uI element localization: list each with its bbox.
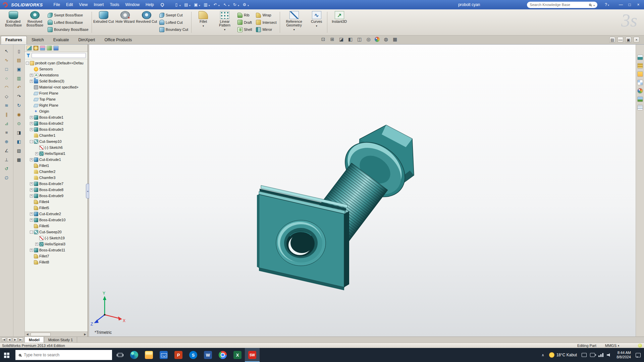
reference-geometry-caret-icon[interactable] xyxy=(293,27,295,31)
tree-expander-icon[interactable]: + xyxy=(30,194,33,197)
dropdown-caret-icon[interactable] xyxy=(248,2,249,8)
select-tool-icon[interactable]: ↖ xyxy=(3,48,10,54)
search-icon[interactable] xyxy=(589,4,591,6)
doc-minimize-icon[interactable]: — xyxy=(618,37,623,43)
tree-item[interactable]: + Solid Bodies(3) xyxy=(25,78,88,84)
view-toolbar-button[interactable]: ◎ xyxy=(365,36,373,42)
rib-button[interactable]: Rib xyxy=(236,12,253,18)
dropdown-caret-icon[interactable] xyxy=(199,2,200,8)
tree-expander-icon[interactable]: + xyxy=(30,213,33,216)
close-button[interactable]: × xyxy=(635,2,641,7)
tree-item[interactable]: (-) Sketch19 xyxy=(25,235,88,241)
tree-item[interactable]: Sensors xyxy=(25,66,88,72)
fillet-caret-icon[interactable] xyxy=(203,23,204,27)
tree-item[interactable]: Fillet7 xyxy=(25,253,88,259)
battery-tray-icon[interactable] xyxy=(590,353,595,357)
units-selector[interactable]: MMGS ▴ xyxy=(605,344,619,348)
quick-toolbar-button[interactable]: ▤ xyxy=(182,1,192,8)
view-toolbar-button[interactable] xyxy=(374,37,381,42)
taskbar-clock[interactable]: 8:44 AM 8/8/2024 xyxy=(616,351,631,359)
lofted-boss-base-button[interactable]: Lofted Boss/Base xyxy=(46,19,90,25)
display-tray-icon[interactable] xyxy=(582,353,587,357)
tree-item[interactable]: + Cut-Extrude2 xyxy=(25,211,88,217)
circle-tool-icon[interactable]: ○ xyxy=(3,75,10,81)
appearances-icon[interactable] xyxy=(637,88,643,94)
trim-tool-icon[interactable]: ⊿ xyxy=(3,120,10,127)
view-palette-icon[interactable] xyxy=(637,80,643,85)
scenes-icon[interactable] xyxy=(637,97,643,102)
volume-muted-tray-icon[interactable] xyxy=(607,353,612,357)
tree-item[interactable]: Chamfer2 xyxy=(25,169,88,175)
tree-item[interactable]: Top Plane xyxy=(25,96,88,102)
tree-item[interactable]: Fillet6 xyxy=(25,223,88,229)
polygon-tool-icon[interactable]: ◇ xyxy=(3,93,10,100)
curves-caret-icon[interactable] xyxy=(316,23,317,27)
tree-item[interactable]: - Cut-Sweep20 xyxy=(25,229,88,235)
tree-horizontal-scrollbar[interactable]: ◀ ▶ xyxy=(25,331,88,337)
tree-item[interactable]: Chamfer3 xyxy=(25,175,88,181)
tree-item[interactable]: + Annotations xyxy=(25,72,88,78)
tree-item[interactable]: Fillet1 xyxy=(25,163,88,169)
tree-expander-icon[interactable]: - xyxy=(30,231,33,234)
hole-wizard-button[interactable]: Hole Wizard xyxy=(114,10,136,35)
doc-tile-icon[interactable]: ▤ xyxy=(609,37,615,43)
draft-button[interactable]: Draft xyxy=(236,19,253,25)
quick-toolbar-button[interactable]: ⚙ xyxy=(241,1,250,8)
tab-scroll-first-icon[interactable]: |◀ xyxy=(1,338,6,342)
taskbar-app-button[interactable]: W xyxy=(201,348,215,362)
taskbar-app-button[interactable]: X xyxy=(230,348,245,362)
design-library-icon[interactable] xyxy=(637,63,643,68)
custom-properties-icon[interactable] xyxy=(637,105,643,110)
tree-expander-icon[interactable]: + xyxy=(30,182,33,185)
tab-evaluate[interactable]: Evaluate xyxy=(49,36,74,44)
tree-expander-icon[interactable]: - xyxy=(26,62,29,65)
menu-item[interactable]: Edit xyxy=(63,1,76,8)
scroll-left-icon[interactable]: ◀ xyxy=(25,333,30,336)
view-toolbar-button[interactable]: ◪ xyxy=(337,36,345,42)
tree-item[interactable]: + Boss-Extrude1 xyxy=(25,114,88,120)
doc-close-icon[interactable]: × xyxy=(634,37,639,43)
zoom-tool-icon[interactable]: ▧ xyxy=(15,147,23,154)
measure-tool-icon[interactable]: ⊙ xyxy=(15,120,23,127)
minimize-button[interactable]: — xyxy=(618,2,624,7)
boundary-boss-base-button[interactable]: Boundary Boss/Base xyxy=(46,27,90,33)
doc-restore-icon[interactable]: ▣ xyxy=(626,37,631,43)
linear-pattern-caret-icon[interactable] xyxy=(224,27,225,31)
tree-expander-icon[interactable]: + xyxy=(35,152,38,155)
redo-tool-icon[interactable]: ↷ xyxy=(15,93,23,100)
curves-button[interactable]: Curves xyxy=(307,10,326,35)
tree-item[interactable]: - Cut-Sweep10 xyxy=(25,138,88,144)
wireframe-tool-icon[interactable]: ◧ xyxy=(15,138,23,145)
quick-toolbar-button[interactable]: ↖ xyxy=(221,1,230,8)
extruded-cut-button[interactable]: Extruded Cut xyxy=(93,10,114,35)
tab-scroll-last-icon[interactable]: ▶| xyxy=(18,338,23,342)
section-tool-icon[interactable]: ◨ xyxy=(15,129,23,136)
tree-expander-icon[interactable]: + xyxy=(30,188,33,191)
tree-root-item[interactable]: - probolt cyan (Default<<Defau xyxy=(25,60,88,66)
new-doc-icon[interactable]: ▯ xyxy=(15,48,23,54)
rectangle-tool-icon[interactable]: □ xyxy=(3,66,10,72)
tree-item[interactable]: Fillet8 xyxy=(25,259,88,265)
tree-item[interactable]: + Boss-Extrude11 xyxy=(25,247,88,253)
taskbar-search[interactable] xyxy=(15,350,112,360)
tree-item[interactable]: + Helix/Spiral1 xyxy=(25,150,88,157)
tree-expander-icon[interactable]: + xyxy=(30,158,33,161)
tab-model[interactable]: Model xyxy=(24,337,44,343)
view-toolbar-button[interactable]: ◍ xyxy=(382,36,390,42)
help-button[interactable]: ? xyxy=(605,2,609,7)
search-caret-icon[interactable] xyxy=(593,2,595,8)
hidden-icons-chevron[interactable]: ∧ xyxy=(542,353,544,357)
tree-item[interactable]: Right Plane xyxy=(25,102,88,108)
taskbar-app-button[interactable]: S xyxy=(186,348,201,362)
network-tray-icon[interactable] xyxy=(598,353,603,357)
menu-pin-icon[interactable] xyxy=(160,2,165,7)
intersect-button[interactable]: Intersect xyxy=(255,19,278,25)
menu-item[interactable]: View xyxy=(76,1,91,8)
lofted-cut-button[interactable]: Lofted Cut xyxy=(158,19,190,25)
tree-item[interactable]: + Boss-Extrude7 xyxy=(25,181,88,187)
wrap-button[interactable]: Wrap xyxy=(255,12,278,18)
tree-expander-icon[interactable]: + xyxy=(35,243,38,246)
quick-toolbar-button[interactable]: ▯ xyxy=(173,1,182,8)
menu-item[interactable]: Help xyxy=(143,1,157,8)
tree-item[interactable]: (-) Sketch6 xyxy=(25,144,88,150)
